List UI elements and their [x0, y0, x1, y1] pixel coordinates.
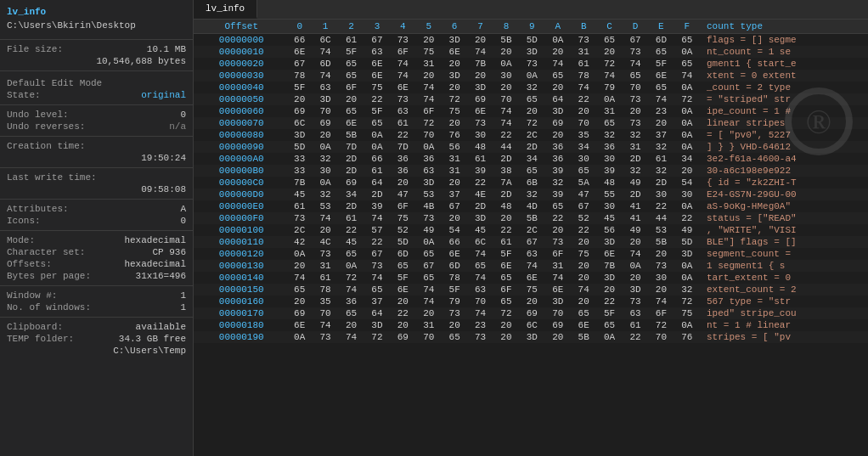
hex-byte-cell[interactable]: 6F [545, 248, 571, 260]
hex-byte-cell[interactable]: 73 [545, 236, 571, 248]
hex-byte-cell[interactable]: 53 [313, 200, 338, 212]
hex-byte-cell[interactable]: 66 [287, 34, 313, 47]
hex-byte-cell[interactable]: 6F [390, 46, 415, 58]
hex-byte-cell[interactable]: 0A [674, 260, 700, 272]
hex-byte-cell[interactable]: 6B [519, 177, 544, 189]
hex-byte-cell[interactable]: 2C [519, 224, 544, 236]
hex-byte-cell[interactable]: 70 [313, 105, 338, 117]
hex-byte-cell[interactable]: 0A [674, 46, 700, 58]
hex-byte-cell[interactable]: 63 [364, 46, 390, 58]
hex-byte-cell[interactable]: 55 [596, 189, 622, 200]
hex-byte-cell[interactable]: 0A [674, 117, 700, 129]
table-row[interactable]: 000000E061532D396F4B672D484D65673041220A… [194, 200, 868, 212]
hex-byte-cell[interactable]: 66 [442, 236, 467, 248]
hex-byte-cell[interactable]: 2C [287, 224, 313, 236]
hex-byte-cell[interactable]: 5F [442, 284, 467, 296]
hex-byte-cell[interactable]: 39 [596, 165, 622, 177]
hex-byte-cell[interactable]: 73 [519, 58, 544, 70]
hex-byte-cell[interactable]: 49 [623, 224, 648, 236]
table-row[interactable]: 000000606970655F636F756E74203D203120230A… [194, 105, 868, 117]
hex-byte-cell[interactable]: 75 [364, 82, 390, 93]
hex-byte-cell[interactable]: 32 [674, 284, 700, 296]
hex-byte-cell[interactable]: 7B [467, 58, 493, 70]
hex-byte-cell[interactable]: 56 [442, 141, 467, 153]
hex-byte-cell[interactable]: 63 [623, 307, 648, 319]
hex-byte-cell[interactable]: 20 [390, 177, 415, 189]
hex-byte-cell[interactable]: 6C [287, 117, 313, 129]
hex-byte-cell[interactable]: 3D [467, 82, 493, 93]
hex-byte-cell[interactable]: 20 [545, 82, 571, 93]
hex-byte-cell[interactable]: 53 [648, 224, 674, 236]
hex-byte-cell[interactable]: 20 [596, 46, 622, 58]
hex-byte-cell[interactable]: 20 [674, 165, 700, 177]
hex-byte-cell[interactable]: 20 [416, 70, 442, 82]
hex-byte-cell[interactable]: 52 [390, 224, 415, 236]
hex-byte-cell[interactable]: 6E [364, 70, 390, 82]
hex-byte-cell[interactable]: 61 [390, 117, 415, 129]
hex-byte-cell[interactable]: 74 [467, 272, 493, 284]
hex-byte-cell[interactable]: 5F [287, 82, 313, 93]
hex-byte-cell[interactable]: 61 [623, 319, 648, 331]
hex-byte-cell[interactable]: 20 [493, 212, 519, 224]
hex-byte-cell[interactable]: 6E [596, 248, 622, 260]
hex-byte-cell[interactable]: 75 [571, 248, 596, 260]
hex-byte-cell[interactable]: 49 [416, 224, 442, 236]
hex-byte-cell[interactable]: 72 [416, 117, 442, 129]
hex-byte-cell[interactable]: 74 [287, 272, 313, 284]
hex-byte-cell[interactable]: 45 [596, 212, 622, 224]
hex-byte-cell[interactable]: 3D [442, 70, 467, 82]
hex-byte-cell[interactable]: 20 [442, 319, 467, 331]
hex-byte-cell[interactable]: 75 [416, 46, 442, 58]
hex-byte-cell[interactable]: 78 [287, 70, 313, 82]
hex-byte-cell[interactable]: 3D [545, 296, 571, 307]
hex-byte-cell[interactable]: 65 [364, 117, 390, 129]
hex-byte-cell[interactable]: 69 [545, 117, 571, 129]
hex-byte-cell[interactable]: 74 [623, 58, 648, 70]
hex-byte-cell[interactable]: 6F [338, 82, 364, 93]
hex-byte-cell[interactable]: 74 [313, 46, 338, 58]
hex-byte-cell[interactable]: 70 [416, 129, 442, 141]
hex-byte-cell[interactable]: 5B [338, 129, 364, 141]
hex-byte-cell[interactable]: 22 [596, 296, 622, 307]
hex-byte-cell[interactable]: 65 [571, 165, 596, 177]
hex-byte-cell[interactable]: 20 [493, 46, 519, 58]
hex-byte-cell[interactable]: 53 [416, 189, 442, 200]
hex-byte-cell[interactable]: 20 [571, 260, 596, 272]
hex-byte-cell[interactable]: 5D [390, 236, 415, 248]
hex-byte-cell[interactable]: 2D [493, 189, 519, 200]
hex-byte-cell[interactable]: 5B [571, 331, 596, 343]
hex-byte-cell[interactable]: 6F [648, 307, 674, 319]
hex-byte-cell[interactable]: 34 [338, 189, 364, 200]
hex-byte-cell[interactable]: 32 [596, 129, 622, 141]
hex-byte-cell[interactable]: 37 [442, 189, 467, 200]
hex-byte-cell[interactable]: 20 [571, 296, 596, 307]
hex-byte-cell[interactable]: 22 [390, 307, 415, 319]
hex-byte-cell[interactable]: 74 [313, 212, 338, 224]
hex-byte-cell[interactable]: 74 [493, 105, 519, 117]
hex-byte-cell[interactable]: 36 [545, 141, 571, 153]
hex-byte-cell[interactable]: 44 [648, 212, 674, 224]
hex-byte-cell[interactable]: 0A [287, 248, 313, 260]
hex-byte-cell[interactable]: 31 [416, 319, 442, 331]
hex-byte-cell[interactable]: 0A [416, 236, 442, 248]
hex-byte-cell[interactable]: 20 [442, 58, 467, 70]
hex-byte-cell[interactable]: 3D [416, 177, 442, 189]
hex-byte-cell[interactable]: 49 [623, 177, 648, 189]
hex-byte-cell[interactable]: 61 [571, 58, 596, 70]
hex-byte-cell[interactable]: 63 [416, 165, 442, 177]
hex-byte-cell[interactable]: 31 [596, 105, 622, 117]
hex-byte-cell[interactable]: 69 [338, 177, 364, 189]
hex-byte-cell[interactable]: 70 [416, 331, 442, 343]
hex-byte-cell[interactable]: 34 [571, 141, 596, 153]
table-row[interactable]: 000001806E74203D20312023206C696E6561720A… [194, 319, 868, 331]
hex-byte-cell[interactable]: 0A [674, 129, 700, 141]
hex-byte-cell[interactable]: 61 [364, 165, 390, 177]
hex-byte-cell[interactable]: 69 [519, 307, 544, 319]
hex-byte-cell[interactable]: 73 [467, 117, 493, 129]
hex-byte-cell[interactable]: 74 [416, 82, 442, 93]
hex-byte-cell[interactable]: 67 [519, 236, 544, 248]
hex-byte-cell[interactable]: 6E [493, 260, 519, 272]
hex-byte-cell[interactable]: 4E [467, 189, 493, 200]
hex-byte-cell[interactable]: 6E [648, 70, 674, 82]
hex-byte-cell[interactable]: 2D [623, 153, 648, 165]
